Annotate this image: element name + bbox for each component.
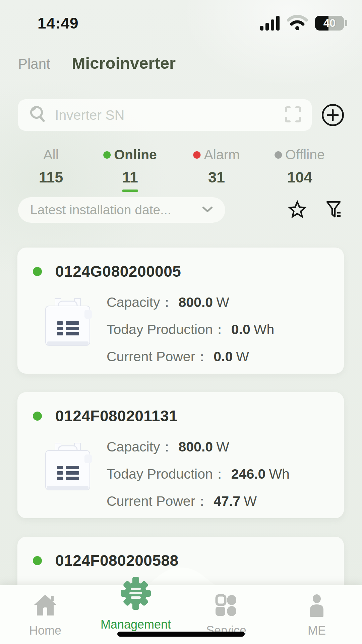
status-bar: 14:49 40 [0, 12, 362, 34]
device-card[interactable]: 0124F080201131 [17, 392, 344, 518]
sort-selected-value: Latest installation date... [30, 203, 171, 217]
microinverter-list-screen: 14:49 40 Plant Microinverter [0, 0, 362, 644]
filter-funnel-icon[interactable] [324, 200, 344, 221]
page-header: Plant Microinverter [18, 54, 176, 72]
nav-item-home[interactable]: Home [0, 585, 90, 644]
offline-dot-icon [275, 151, 282, 159]
home-indicator-handle[interactable] [117, 632, 245, 637]
current-power-row: Current Power：0.0W [107, 347, 274, 366]
sort-dropdown[interactable]: Latest installation date... [18, 197, 225, 223]
add-device-button[interactable] [322, 104, 344, 126]
filter-tab-all[interactable]: All 115 [39, 147, 63, 186]
filter-count-offline: 104 [275, 169, 325, 186]
management-gear-icon [117, 573, 154, 613]
microinverter-icon [38, 292, 98, 353]
plus-icon [327, 109, 339, 121]
device-serial-number: 0124F080201131 [55, 407, 178, 425]
online-dot-icon [103, 151, 111, 159]
filter-tab-online[interactable]: Online 11 [103, 147, 157, 192]
today-production-row: Today Production：246.0Wh [107, 465, 290, 483]
online-status-dot [33, 412, 42, 421]
capacity-row: Capacity：800.0W [107, 293, 274, 312]
tab-plant[interactable]: Plant [18, 56, 50, 72]
device-serial-number: 0124G080200005 [55, 262, 181, 280]
filter-tab-offline[interactable]: Offline 104 [275, 147, 325, 186]
online-status-dot [33, 556, 42, 565]
nav-label: ME [308, 624, 326, 638]
nav-label: Home [29, 624, 61, 638]
me-person-icon [305, 591, 328, 620]
tab-microinverter[interactable]: Microinverter [72, 54, 176, 72]
capacity-row: Capacity：800.0W [107, 438, 290, 456]
cellular-signal-icon [260, 16, 280, 31]
microinverter-icon [38, 437, 98, 497]
home-icon [33, 591, 58, 620]
search-icon [28, 105, 48, 125]
qr-scan-icon[interactable] [284, 106, 302, 124]
active-tab-underline [122, 190, 138, 192]
battery-percent: 40 [315, 16, 344, 31]
wifi-icon [287, 15, 308, 32]
filter-count-online: 11 [103, 169, 157, 186]
chevron-down-icon [202, 206, 213, 214]
filter-tab-alarm[interactable]: Alarm 31 [193, 147, 240, 186]
filter-count-all: 115 [39, 169, 63, 186]
battery-nub [345, 20, 347, 26]
status-filter-tabs: All 115 Online 11 Alarm 31 Offline 104 [0, 147, 362, 194]
alarm-dot-icon [193, 151, 200, 159]
today-production-row: Today Production：0.0Wh [107, 320, 274, 339]
favorite-star-icon[interactable] [288, 200, 307, 221]
service-grid-icon [215, 591, 238, 620]
nav-item-me[interactable]: ME [272, 585, 362, 644]
search-input[interactable]: Inverter SN [18, 99, 312, 131]
device-card[interactable]: 0124G080200005 [17, 248, 344, 374]
online-status-dot [33, 267, 42, 276]
nav-label: Management [101, 618, 171, 632]
search-placeholder: Inverter SN [55, 107, 284, 123]
clock-time: 14:49 [38, 14, 79, 32]
current-power-row: Current Power：47.7W [107, 492, 290, 511]
battery-icon: 40 [315, 16, 344, 31]
filter-count-alarm: 31 [193, 169, 240, 186]
